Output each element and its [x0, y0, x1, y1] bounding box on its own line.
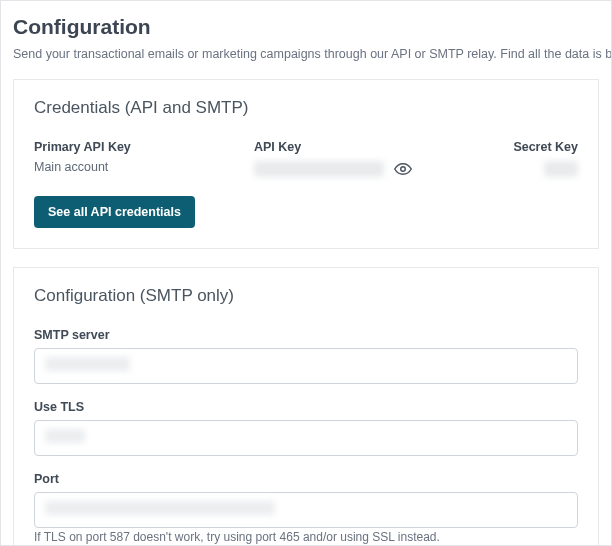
primary-api-key-value: Main account — [34, 160, 254, 174]
use-tls-group: Use TLS — [34, 400, 578, 456]
api-key-label: API Key — [254, 140, 494, 154]
svg-point-0 — [401, 167, 406, 172]
use-tls-label: Use TLS — [34, 400, 578, 414]
smtp-server-group: SMTP server — [34, 328, 578, 384]
smtp-config-card: Configuration (SMTP only) SMTP server Us… — [13, 267, 599, 546]
primary-api-key-col: Primary API Key Main account — [34, 140, 254, 174]
smtp-server-label: SMTP server — [34, 328, 578, 342]
smtp-server-input[interactable] — [34, 348, 578, 384]
port-group: Port If TLS on port 587 doesn't work, tr… — [34, 472, 578, 544]
secret-key-col: Secret Key — [494, 140, 578, 177]
credentials-card-title: Credentials (API and SMTP) — [34, 98, 578, 118]
smtp-card-title: Configuration (SMTP only) — [34, 286, 578, 306]
secret-key-label: Secret Key — [513, 140, 578, 154]
use-tls-input[interactable] — [34, 420, 578, 456]
primary-api-key-label: Primary API Key — [34, 140, 254, 154]
see-all-credentials-button[interactable]: See all API credentials — [34, 196, 195, 228]
api-key-value-masked — [254, 161, 384, 177]
port-input[interactable] — [34, 492, 578, 528]
page-description: Send your transactional emails or market… — [13, 47, 599, 61]
use-tls-value-masked — [45, 429, 85, 443]
eye-icon — [394, 160, 412, 178]
port-label: Port — [34, 472, 578, 486]
smtp-server-value-masked — [45, 357, 130, 371]
port-value-masked — [45, 501, 275, 515]
credentials-row: Primary API Key Main account API Key Sec… — [34, 140, 578, 178]
reveal-api-key-icon[interactable] — [394, 160, 412, 178]
api-key-col: API Key — [254, 140, 494, 178]
secret-key-value-masked — [544, 161, 578, 177]
port-hint: If TLS on port 587 doesn't work, try usi… — [34, 530, 578, 544]
page-title: Configuration — [13, 15, 599, 39]
config-page: Configuration Send your transactional em… — [0, 0, 612, 546]
credentials-card: Credentials (API and SMTP) Primary API K… — [13, 79, 599, 249]
